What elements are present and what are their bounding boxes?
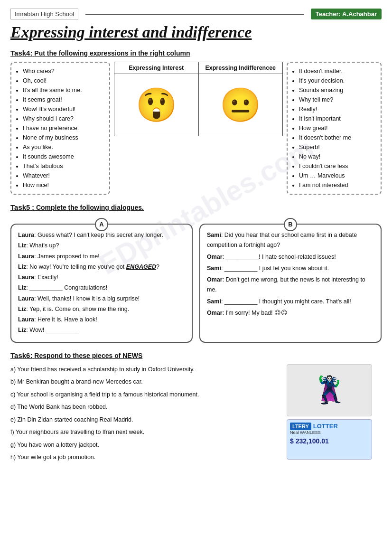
right-expression-item: It isn't important xyxy=(299,114,376,123)
right-expression-item: I am not interested xyxy=(299,180,376,190)
speaker-label: Sami xyxy=(207,265,221,272)
speaker-label: Liz xyxy=(18,263,26,270)
expressions-table: Expressing Interest Expressing Indiffere… xyxy=(114,62,283,136)
teacher-badge: Teacher: A.Achahbar xyxy=(311,9,382,19)
dialogue-line: Sami: __________ I thought you might car… xyxy=(207,297,374,307)
main-title: Expressing interest and indifference xyxy=(10,23,382,41)
task5-section: Task5 : Complete the following dialogues… xyxy=(10,203,382,343)
left-expression-item: As you like. xyxy=(23,142,104,152)
dialogue-line: Liz: Yep, it is. Come on, show me the ri… xyxy=(18,304,185,314)
dialogue-line: Laura: Well, thanks! I know it is a big … xyxy=(18,294,185,304)
speaker-label: Liz xyxy=(18,306,26,312)
table-header-row: Expressing Interest Expressing Indiffere… xyxy=(114,62,282,74)
speaker-label: Sami xyxy=(207,298,221,305)
indifference-emoji: 😐 xyxy=(220,85,261,124)
task4-section: Task4: Put the following expressions in … xyxy=(10,49,382,195)
speaker-label: Liz xyxy=(18,327,26,333)
task6-item: e) Zin Din Zidan started coaching Real M… xyxy=(10,414,282,425)
left-expression-item: Who cares? xyxy=(23,66,104,76)
speaker-label: Laura xyxy=(18,316,34,323)
right-expression-item: Superb! xyxy=(299,142,376,152)
task6-item: a) Your friend has received a scholarshi… xyxy=(10,364,282,375)
task5-title: Task5 : Complete the following dialogues… xyxy=(10,203,382,211)
left-expression-item: Wow! It's wonderful! xyxy=(23,104,104,114)
left-expression-item: It sounds awesome xyxy=(23,152,104,161)
right-expression-item: Sounds amazing xyxy=(299,85,376,95)
dialogue-line: Laura: Exactly! xyxy=(18,273,185,282)
speaker-label: Liz xyxy=(18,284,26,291)
dialogue-a: A Laura: Guess what? I can't keep this s… xyxy=(10,224,193,343)
task6-item: d) The World Bank has been robbed. xyxy=(10,402,282,413)
task4-title: Task4: Put the following expressions in … xyxy=(10,49,382,57)
task4-container: Who cares?Oh, cool!It's all the same to … xyxy=(10,62,382,195)
task6-list: a) Your friend has received a scholarshi… xyxy=(10,364,282,465)
right-expression-item: I couldn't care less xyxy=(299,161,376,171)
lottery-top: LTERY LOTTER xyxy=(290,423,369,430)
dialogue-line: Omar: I'm sorry! My bad! ☹☹ xyxy=(207,308,374,318)
indifference-emoji-cell: 😐 xyxy=(199,74,283,136)
task6-item: g) You have won a lottery jackpot. xyxy=(10,440,282,451)
right-expressions-box: It doesn't matter.It's your decision.Sou… xyxy=(287,62,382,195)
dialogue-a-label: A xyxy=(95,218,108,231)
lottery-badge: LTERY xyxy=(290,423,311,430)
right-expression-item: Why tell me? xyxy=(299,95,376,104)
task6-section: Task6: Respond to these pieces of NEWS a… xyxy=(10,351,382,465)
interest-emoji-cell: 😲 xyxy=(114,74,199,136)
task6-title: Task6: Respond to these pieces of NEWS xyxy=(10,351,382,359)
lottery-image: LTERY LOTTER Neal WANLESS $ 232,100.01 xyxy=(287,419,372,460)
dialogue-b: B Sami: Did you hear that our school cam… xyxy=(199,224,382,343)
lottery-title: LOTTER xyxy=(313,423,338,430)
right-expression-item: It's your decision. xyxy=(299,76,376,85)
dialogue-line: Sami: Did you hear that our school came … xyxy=(207,230,374,251)
dialogue-a-content: Laura: Guess what? I can't keep this sec… xyxy=(18,230,185,336)
task6-container: a) Your friend has received a scholarshi… xyxy=(10,364,382,465)
task6-item: c) Your school is organising a field tri… xyxy=(10,389,282,400)
dialogue-line: Liz: Wow! __________ xyxy=(18,325,185,335)
dialogue-line: Liz: What's up? xyxy=(18,241,185,251)
speaker-label: Omar xyxy=(207,310,223,316)
left-expression-item: Oh, cool! xyxy=(23,76,104,85)
left-expressions-list: Who cares?Oh, cool!It's all the same to … xyxy=(16,66,104,190)
speaker-label: Laura xyxy=(18,295,34,302)
left-expression-item: Why should I care? xyxy=(23,114,104,123)
task6-images: 🦹 LTERY LOTTER Neal WANLESS $ 232,100.01 xyxy=(287,364,382,465)
dialogue-line: Sami: __________ I just let you know abo… xyxy=(207,263,374,273)
task6-item: b) Mr Benkiran bought a brand-new Merced… xyxy=(10,376,282,387)
speaker-label: Sami xyxy=(207,232,221,238)
dialogue-line: Omar: Don't get me wrong, but the news i… xyxy=(207,275,374,295)
emoji-row: 😲 😐 xyxy=(114,74,282,136)
speaker-label: Laura xyxy=(18,232,34,238)
left-expression-item: None of my business xyxy=(23,133,104,142)
left-expression-item: How nice! xyxy=(23,180,104,190)
dialogue-line: Omar: __________! I hate school-related … xyxy=(207,252,374,262)
header: Imrabtan High School Teacher: A.Achahbar xyxy=(10,9,382,19)
task6-item: h) Your wife got a job promotion. xyxy=(10,452,282,463)
task6-item: f) Your neighbours are travelling to Ifr… xyxy=(10,427,282,438)
left-expression-item: It seems great! xyxy=(23,95,104,104)
speaker-label: Omar xyxy=(207,254,223,260)
left-expression-item: I have no preference. xyxy=(23,123,104,133)
left-expression-item: It's all the same to me. xyxy=(23,85,104,95)
dialogue-b-content: Sami: Did you hear that our school came … xyxy=(207,230,374,318)
task5-container: A Laura: Guess what? I can't keep this s… xyxy=(10,216,382,343)
right-expression-item: Really! xyxy=(299,104,376,114)
col-interest-header: Expressing Interest xyxy=(114,62,199,74)
col-indifference-header: Expressing Indifferencee xyxy=(199,62,283,74)
school-name: Imrabtan High School xyxy=(10,9,78,19)
right-expression-item: It doesn't bother me xyxy=(299,133,376,142)
lottery-amount: $ 232,100.01 xyxy=(290,437,329,445)
left-expression-item: That's fabulous xyxy=(23,161,104,171)
robber-image: 🦹 xyxy=(287,364,372,416)
right-expression-item: It doesn't matter. xyxy=(299,66,376,76)
speaker-label: Omar xyxy=(207,276,223,283)
right-expression-item: No way! xyxy=(299,152,376,161)
dialogue-line: Laura: James proposed to me! xyxy=(18,252,185,262)
left-expression-item: Whatever! xyxy=(23,171,104,180)
dialogue-line: Laura: Guess what? I can't keep this sec… xyxy=(18,230,185,240)
lottery-winner-name: Neal WANLESS xyxy=(290,430,321,436)
interest-emoji: 😲 xyxy=(136,85,177,124)
speaker-label: Laura xyxy=(18,274,34,281)
dialogue-line: Liz: No way! You're telling me you've go… xyxy=(18,262,185,272)
speaker-label: Laura xyxy=(18,253,34,260)
speaker-label: Liz xyxy=(18,242,26,249)
